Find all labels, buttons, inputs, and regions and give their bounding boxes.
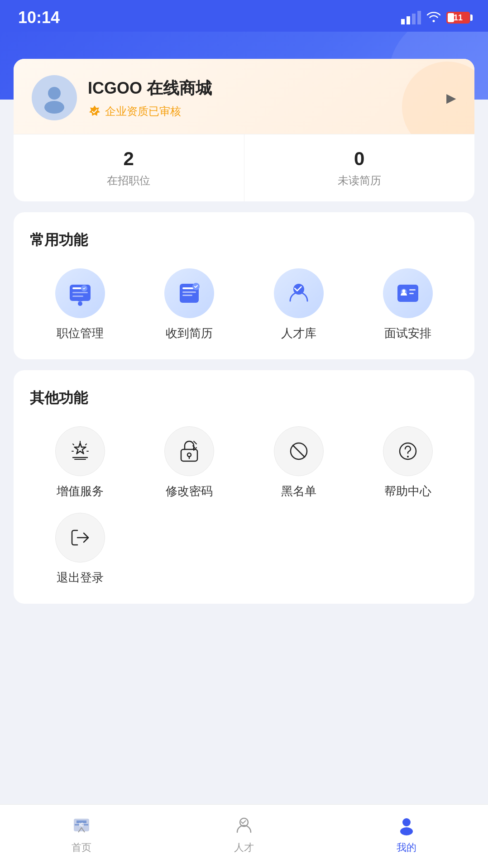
company-name: ICGOO 在线商城 [88, 77, 212, 100]
received-resume-icon-wrap [164, 268, 214, 318]
func-item-received-resume[interactable]: 收到简历 [139, 268, 240, 341]
svg-rect-17 [409, 289, 416, 291]
job-count: 2 [23, 148, 235, 170]
profile-arrow-icon[interactable]: ▶ [446, 91, 456, 105]
talent-nav-label: 人才 [234, 841, 254, 854]
status-icons: 11 [401, 10, 470, 26]
svg-rect-10 [182, 291, 196, 293]
func-item-talent-pool[interactable]: 人才库 [249, 268, 349, 341]
stat-resumes[interactable]: 0 未读简历 [244, 134, 475, 201]
job-management-label: 职位管理 [57, 325, 104, 341]
svg-point-0 [48, 87, 61, 100]
verified-badge: 企业资质已审核 [88, 104, 212, 119]
home-nav-label: 首页 [72, 841, 91, 854]
value-added-icon-wrap [55, 426, 105, 476]
svg-rect-11 [182, 295, 192, 296]
svg-line-22 [293, 445, 305, 457]
other-functions-grid: 增值服务 修改密码 [30, 426, 458, 586]
change-password-icon-wrap [164, 426, 214, 476]
nav-item-talent[interactable]: 人才 [163, 814, 325, 854]
stats-row: 2 在招职位 0 未读简历 [14, 134, 474, 201]
svg-rect-19 [181, 449, 197, 461]
verified-text: 企业资质已审核 [105, 104, 181, 119]
help-center-icon-wrap [383, 426, 433, 476]
svg-rect-3 [72, 287, 81, 289]
svg-point-1 [44, 101, 64, 114]
svg-rect-14 [397, 285, 418, 302]
svg-point-29 [400, 827, 413, 835]
talent-pool-label: 人才库 [281, 325, 316, 341]
talent-pool-icon-wrap [274, 268, 324, 318]
logout-label: 退出登录 [57, 570, 104, 586]
value-added-label: 增值服务 [57, 483, 104, 499]
other-functions-title: 其他功能 [30, 388, 458, 408]
change-password-label: 修改密码 [166, 483, 213, 499]
nav-item-mine[interactable]: 我的 [325, 814, 488, 854]
logout-icon-wrap [55, 513, 105, 563]
job-management-icon-wrap [55, 268, 105, 318]
func-item-logout[interactable]: 退出登录 [30, 513, 130, 586]
blacklist-icon-wrap [274, 426, 324, 476]
nav-item-home[interactable]: IC 首页 [0, 814, 163, 854]
func-item-help-center[interactable]: 帮助中心 [358, 426, 459, 499]
common-functions-grid: 职位管理 收到简历 [30, 268, 458, 341]
interview-arrange-label: 面试安排 [384, 325, 431, 341]
profile-info: ICGOO 在线商城 企业资质已审核 [32, 75, 212, 120]
svg-rect-18 [409, 293, 414, 294]
common-functions-card: 常用功能 职位管理 [14, 212, 474, 359]
talent-nav-icon [232, 814, 256, 837]
battery-icon: 11 [446, 12, 470, 24]
stat-jobs[interactable]: 2 在招职位 [14, 134, 244, 201]
help-center-label: 帮助中心 [384, 483, 431, 499]
func-item-interview-arrange[interactable]: 面试安排 [358, 268, 459, 341]
profile-top: ICGOO 在线商城 企业资质已审核 ▶ [14, 59, 474, 134]
status-time: 10:14 [18, 8, 60, 27]
func-item-job-management[interactable]: 职位管理 [30, 268, 130, 341]
bottom-nav: IC 首页 人才 我的 [0, 804, 488, 868]
profile-card: ICGOO 在线商城 企业资质已审核 ▶ 2 在招职位 0 [14, 59, 474, 201]
blacklist-label: 黑名单 [281, 483, 316, 499]
svg-point-7 [78, 301, 82, 306]
svg-point-24 [407, 456, 409, 458]
svg-point-16 [402, 290, 406, 293]
home-nav-icon: IC [70, 814, 93, 837]
received-resume-label: 收到简历 [166, 325, 213, 341]
status-bar: 10:14 11 [0, 0, 488, 32]
func-item-blacklist[interactable]: 黑名单 [249, 426, 349, 499]
avatar [32, 75, 77, 120]
profile-text: ICGOO 在线商城 企业资质已审核 [88, 77, 212, 119]
common-functions-title: 常用功能 [30, 230, 458, 250]
job-label: 在招职位 [107, 174, 150, 186]
mine-nav-label: 我的 [397, 841, 416, 854]
resume-count: 0 [254, 148, 466, 170]
interview-arrange-icon-wrap [383, 268, 433, 318]
func-item-change-password[interactable]: 修改密码 [139, 426, 240, 499]
svg-rect-6 [72, 296, 83, 297]
signal-icon [401, 11, 421, 24]
svg-point-4 [81, 285, 87, 291]
func-item-value-added[interactable]: 增值服务 [30, 426, 130, 499]
resume-label: 未读简历 [338, 174, 381, 186]
svg-text:IC: IC [79, 822, 84, 827]
wifi-icon [426, 10, 441, 26]
svg-rect-5 [72, 292, 88, 293]
mine-nav-icon [395, 814, 418, 837]
other-functions-card: 其他功能 增值服务 [14, 370, 474, 604]
svg-point-28 [402, 818, 411, 826]
